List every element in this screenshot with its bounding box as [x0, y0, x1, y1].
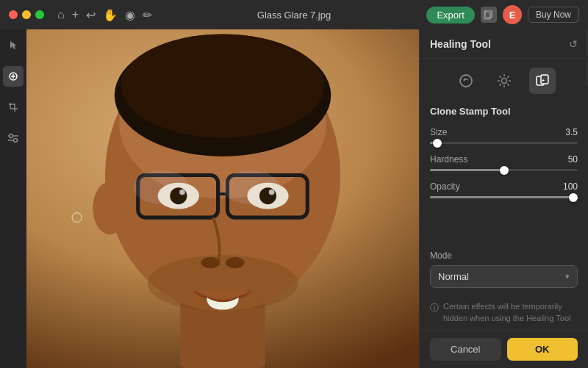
chevron-down-icon: ▾: [565, 272, 570, 281]
right-panel: ✏ ⏱ Healing Tool ↺: [419, 29, 588, 368]
info-icon: ⓘ: [430, 302, 439, 314]
healing-brush-button[interactable]: [453, 68, 479, 94]
hardness-value: 50: [568, 154, 578, 165]
settings-button[interactable]: [491, 68, 517, 94]
svg-point-57: [463, 79, 465, 81]
size-label: Size: [430, 127, 447, 137]
opacity-slider[interactable]: [430, 196, 578, 198]
select-tool[interactable]: [3, 35, 24, 56]
mode-dropdown[interactable]: Normal ▾: [430, 265, 578, 288]
main-content: All ↕ ★ ★ ★ ★ ★: [0, 29, 588, 368]
mode-section: Mode Normal ▾: [420, 250, 588, 295]
mode-label: Mode: [430, 250, 578, 261]
svg-point-32: [269, 190, 275, 195]
svg-rect-60: [541, 75, 548, 84]
add-icon[interactable]: +: [72, 8, 79, 21]
size-slider[interactable]: [430, 142, 578, 144]
title-bar-right: Export E Buy Now: [426, 5, 579, 24]
close-button[interactable]: [9, 10, 18, 19]
svg-point-23: [93, 181, 126, 234]
tool-icons-row: [420, 59, 588, 100]
canvas-image: [26, 29, 419, 368]
toolbar-icons: ⌂ + ↩ ✋ ◉ ✏: [57, 8, 152, 22]
svg-point-31: [179, 190, 185, 195]
hardness-label: Hardness: [430, 154, 467, 165]
size-value: 3.5: [565, 127, 578, 137]
opacity-label: Opacity: [430, 181, 460, 192]
circle-icon[interactable]: ◉: [125, 8, 135, 22]
undo-icon[interactable]: ↩: [86, 8, 96, 22]
svg-point-30: [259, 187, 276, 204]
user-avatar[interactable]: E: [503, 5, 522, 24]
healing-tool[interactable]: [3, 66, 24, 87]
tool-section-title: Clone Stamp Tool: [430, 106, 578, 117]
home-icon[interactable]: ⌂: [57, 8, 65, 21]
svg-point-17: [121, 34, 325, 137]
size-control-row: Size 3.5: [430, 127, 578, 137]
hardness-control-row: Hardness 50: [430, 154, 578, 165]
title-bar: ⌂ + ↩ ✋ ◉ ✏ Glass Glare 7.jpg Export E B…: [0, 0, 588, 29]
canvas-area[interactable]: All ↕ ★ ★ ★ ★ ★: [26, 29, 419, 368]
hand-icon[interactable]: ✋: [103, 8, 118, 22]
export-button[interactable]: Export: [426, 7, 475, 24]
minimize-button[interactable]: [22, 10, 31, 19]
window-title: Glass Glare 7.jpg: [257, 10, 331, 21]
opacity-control-row: Opacity 100: [430, 181, 578, 192]
cancel-button[interactable]: Cancel: [430, 338, 501, 361]
svg-point-5: [10, 134, 13, 138]
maximize-button[interactable]: [35, 10, 44, 19]
crop-tool[interactable]: [3, 97, 24, 118]
panel-header: Healing Tool ↺: [420, 29, 588, 59]
canvas-background: [26, 29, 419, 368]
panel-buttons: Cancel OK: [420, 330, 588, 368]
clone-stamp-button[interactable]: [529, 68, 556, 94]
tool-section: Clone Stamp Tool Size 3.5 Hardness 50: [420, 100, 588, 250]
opacity-value: 100: [563, 181, 578, 192]
adjustment-tool[interactable]: [3, 128, 24, 148]
svg-point-58: [501, 79, 506, 84]
svg-point-56: [460, 75, 472, 87]
panel-reset-button[interactable]: ↺: [569, 38, 578, 50]
info-section: ⓘ Certain effects will be temporarily hi…: [420, 295, 588, 330]
left-toolbar: [0, 29, 26, 368]
svg-point-29: [170, 187, 187, 204]
window-controls: [9, 10, 44, 19]
info-text: Certain effects will be temporarily hidd…: [443, 301, 578, 324]
mode-value: Normal: [438, 271, 469, 282]
pen-icon[interactable]: ✏: [143, 8, 152, 22]
buy-now-button[interactable]: Buy Now: [528, 7, 579, 23]
hardness-slider[interactable]: [430, 169, 578, 171]
ok-button[interactable]: OK: [507, 338, 578, 361]
panel-title: Healing Tool: [430, 38, 491, 50]
copy-icon[interactable]: [481, 7, 497, 23]
svg-point-6: [14, 139, 18, 142]
